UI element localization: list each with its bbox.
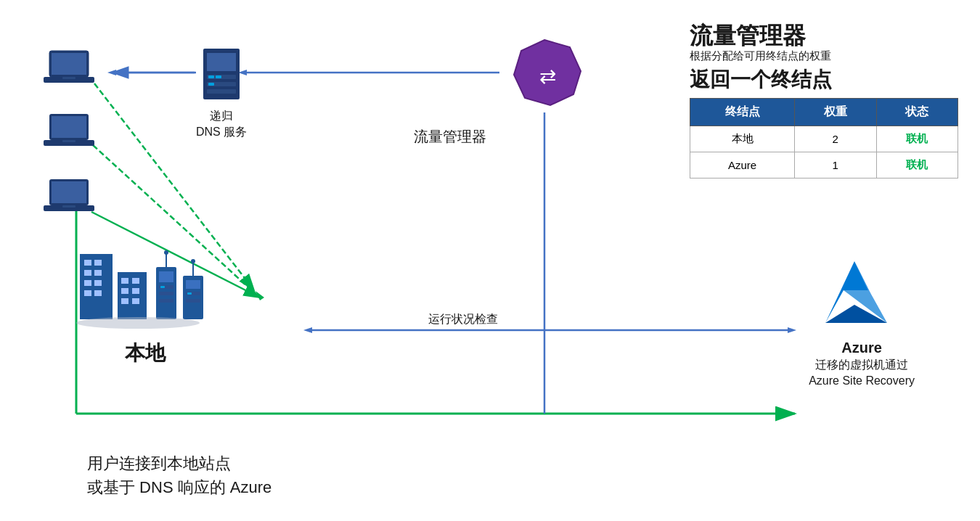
svg-rect-67 bbox=[186, 280, 200, 289]
svg-rect-40 bbox=[208, 83, 214, 86]
svg-rect-62 bbox=[159, 292, 173, 295]
svg-point-65 bbox=[164, 250, 168, 255]
bottom-text-line2: 或基于 DNS 响应的 Azure bbox=[87, 475, 271, 499]
table-cell-status-2: 联机 bbox=[876, 152, 957, 179]
svg-rect-53 bbox=[132, 278, 139, 284]
info-box-subtitle: 根据分配给可用终结点的权重 bbox=[690, 49, 958, 63]
svg-rect-61 bbox=[160, 286, 165, 288]
svg-marker-20 bbox=[514, 40, 581, 105]
svg-rect-37 bbox=[208, 75, 214, 78]
svg-rect-44 bbox=[94, 260, 102, 266]
azure-label: Azure bbox=[841, 340, 882, 356]
svg-rect-41 bbox=[207, 89, 236, 94]
table-cell-endpoint-1: 本地 bbox=[690, 126, 795, 152]
svg-rect-43 bbox=[84, 260, 91, 266]
dns-label: 递归 DNS 服务 bbox=[196, 108, 247, 141]
diagram: ⇄ bbox=[0, 0, 980, 521]
table-header-endpoint: 终结点 bbox=[690, 99, 795, 126]
svg-rect-54 bbox=[121, 288, 128, 294]
endpoint-table: 终结点 权重 状态 本地 2 联机 Azure 1 联机 bbox=[690, 98, 958, 179]
table-cell-weight-1: 2 bbox=[795, 126, 876, 152]
svg-rect-46 bbox=[94, 270, 102, 276]
svg-rect-45 bbox=[84, 270, 91, 276]
laptop-3 bbox=[44, 178, 102, 224]
svg-point-72 bbox=[191, 259, 195, 263]
svg-rect-55 bbox=[132, 288, 139, 294]
laptop-1 bbox=[44, 49, 102, 96]
svg-text:⇄: ⇄ bbox=[539, 65, 556, 88]
svg-rect-35 bbox=[207, 53, 236, 71]
svg-rect-48 bbox=[94, 280, 102, 286]
svg-rect-69 bbox=[187, 292, 192, 295]
svg-rect-33 bbox=[62, 205, 75, 208]
azure-sublabel-line1: 迁移的虚拟机通过 bbox=[815, 358, 908, 373]
table-cell-status-1: 联机 bbox=[876, 126, 957, 152]
onpremise-area: 本地 bbox=[73, 247, 218, 367]
svg-point-73 bbox=[76, 317, 200, 329]
svg-marker-14 bbox=[256, 291, 264, 300]
bottom-text: 用户连接到本地站点 或基于 DNS 响应的 Azure bbox=[87, 451, 271, 499]
table-header-weight: 权重 bbox=[795, 99, 876, 126]
svg-rect-50 bbox=[94, 290, 102, 296]
laptop-2 bbox=[44, 112, 102, 159]
svg-rect-31 bbox=[52, 181, 86, 203]
table-row-1: 本地 2 联机 bbox=[690, 126, 958, 152]
svg-rect-49 bbox=[84, 290, 91, 296]
table-cell-weight-2: 1 bbox=[795, 152, 876, 179]
dns-server: 递归 DNS 服务 bbox=[196, 47, 247, 141]
svg-rect-27 bbox=[52, 116, 86, 138]
table-row-2: Azure 1 联机 bbox=[690, 152, 958, 179]
table-cell-endpoint-2: Azure bbox=[690, 152, 795, 179]
svg-rect-47 bbox=[84, 280, 91, 286]
onpremise-label: 本地 bbox=[73, 340, 218, 367]
svg-rect-25 bbox=[62, 77, 75, 79]
traffic-manager-label: 流量管理器 bbox=[414, 127, 486, 147]
azure-sublabel-line2: Azure Site Recovery bbox=[809, 374, 915, 387]
svg-marker-18 bbox=[303, 327, 312, 333]
svg-rect-23 bbox=[52, 53, 86, 75]
table-header-status: 状态 bbox=[876, 99, 957, 126]
svg-rect-38 bbox=[216, 75, 221, 78]
azure-area: Azure 迁移的虚拟机通过 Azure Site Recovery bbox=[809, 254, 915, 387]
svg-rect-63 bbox=[159, 299, 173, 303]
svg-rect-52 bbox=[121, 278, 128, 284]
svg-rect-56 bbox=[121, 298, 128, 304]
svg-marker-19 bbox=[788, 327, 796, 333]
info-box: 流量管理器 根据分配给可用终结点的权重 返回一个终结点 终结点 权重 状态 本地… bbox=[690, 22, 958, 179]
svg-rect-70 bbox=[186, 299, 200, 303]
bottom-text-line1: 用户连接到本地站点 bbox=[87, 451, 271, 475]
svg-rect-29 bbox=[62, 140, 75, 142]
svg-marker-9 bbox=[107, 70, 116, 75]
info-box-heading: 返回一个终结点 bbox=[690, 66, 958, 94]
health-check-label: 运行状况检查 bbox=[428, 312, 498, 327]
svg-rect-57 bbox=[132, 298, 139, 304]
svg-rect-59 bbox=[159, 271, 173, 282]
info-box-title: 流量管理器 bbox=[690, 22, 958, 49]
